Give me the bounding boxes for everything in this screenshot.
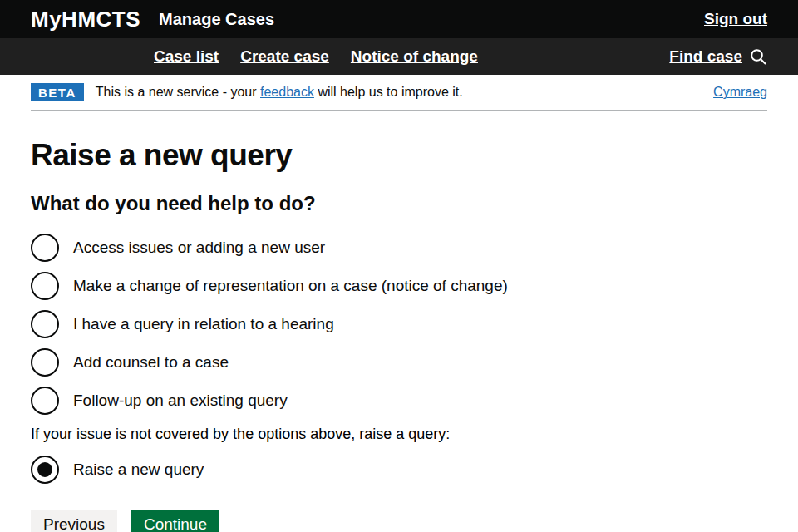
radio-option-follow-up[interactable]: Follow-up on an existing query: [31, 386, 767, 416]
primary-nav: Case list Create case Notice of change F…: [0, 38, 798, 75]
radio-option-change-of-representation[interactable]: Make a change of representation on a cas…: [31, 271, 767, 301]
app-name: MyHMCTS: [31, 7, 140, 32]
phase-text-after: will help us to improve it.: [314, 85, 463, 99]
service-name: Manage Cases: [159, 10, 274, 29]
radio-button[interactable]: [31, 348, 59, 377]
main-content: Raise a new query What do you need help …: [31, 138, 767, 532]
beta-tag: BETA: [31, 83, 84, 101]
radio-label[interactable]: Raise a new query: [59, 461, 204, 479]
nav-links: Case list Create case Notice of change: [154, 47, 478, 66]
feedback-link[interactable]: feedback: [260, 85, 314, 99]
page-title: Raise a new query: [31, 138, 767, 173]
radio-option-hearing-query[interactable]: I have a query in relation to a hearing: [31, 309, 767, 339]
previous-button[interactable]: Previous: [31, 510, 117, 532]
language-toggle-link[interactable]: Cymraeg: [713, 85, 767, 100]
nav-item-create-case[interactable]: Create case: [240, 47, 329, 66]
fallback-instruction: If your issue is not covered by the opti…: [31, 426, 767, 443]
radio-label[interactable]: I have a query in relation to a hearing: [59, 315, 334, 333]
phase-text-before: This is a new service - your: [96, 85, 260, 99]
find-case-link[interactable]: Find case: [669, 47, 742, 66]
app-header: MyHMCTS Manage Cases Sign out: [0, 0, 798, 38]
radio-button[interactable]: [31, 310, 59, 338]
radio-option-access-issues[interactable]: Access issues or adding a new user: [31, 233, 767, 263]
radio-button-selected[interactable]: [31, 456, 59, 484]
radio-label[interactable]: Make a change of representation on a cas…: [59, 277, 508, 295]
nav-item-notice-of-change[interactable]: Notice of change: [351, 47, 478, 66]
nav-item-case-list[interactable]: Case list: [154, 47, 219, 66]
find-case[interactable]: Find case: [669, 47, 767, 66]
phase-banner: BETA This is a new service - your feedba…: [0, 75, 798, 111]
continue-button[interactable]: Continue: [131, 510, 219, 532]
radio-label[interactable]: Access issues or adding a new user: [59, 239, 325, 257]
radio-option-raise-new-query[interactable]: Raise a new query: [31, 455, 767, 485]
radio-label[interactable]: Follow-up on an existing query: [59, 392, 288, 410]
phase-banner-text: This is a new service - your feedback wi…: [96, 85, 463, 100]
radio-group: Access issues or adding a new user Make …: [31, 233, 767, 416]
radio-button[interactable]: [31, 234, 59, 262]
form-actions: Previous Continue: [31, 510, 767, 532]
sign-out-link[interactable]: Sign out: [704, 10, 767, 28]
radio-button[interactable]: [31, 272, 59, 300]
search-icon[interactable]: [750, 48, 767, 66]
radio-label[interactable]: Add counsel to a case: [59, 353, 229, 372]
radio-option-add-counsel[interactable]: Add counsel to a case: [31, 347, 767, 377]
question-heading: What do you need help to do?: [31, 192, 767, 215]
radio-button[interactable]: [31, 387, 59, 415]
